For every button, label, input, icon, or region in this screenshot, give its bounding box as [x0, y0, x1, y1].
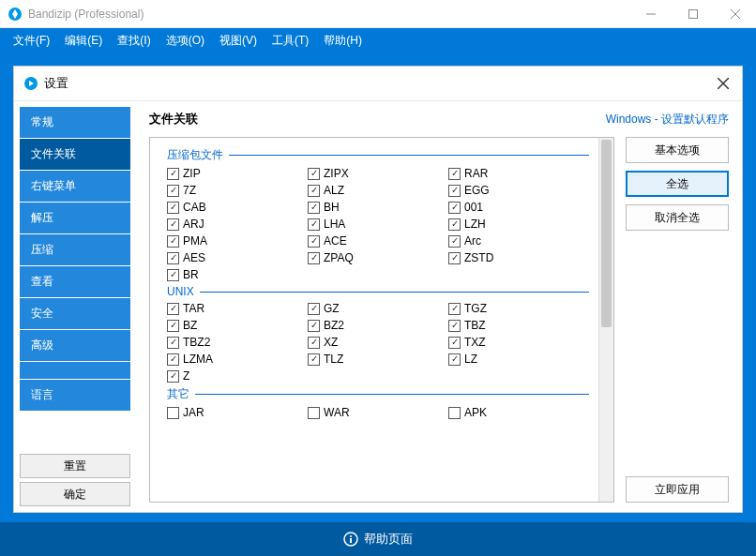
reset-button[interactable]: 重置 — [20, 454, 130, 478]
checkbox-icon — [308, 202, 320, 214]
app-icon — [8, 7, 23, 22]
check-bh[interactable]: BH — [308, 201, 441, 214]
checkbox-icon — [448, 185, 461, 197]
check-tgz[interactable]: TGZ — [448, 302, 582, 315]
sidebar-item-7[interactable]: 高级 — [20, 330, 130, 361]
content-panel: 文件关联 Windows - 设置默认程序 压缩包文件ZIPZIPXRAR7ZA… — [136, 101, 742, 512]
checkbox-icon — [308, 185, 320, 197]
checkbox-icon — [167, 218, 179, 231]
check-lzma[interactable]: LZMA — [167, 353, 300, 366]
check-bz[interactable]: BZ — [167, 319, 300, 332]
check-label: AES — [183, 251, 205, 264]
check-lz[interactable]: LZ — [448, 353, 582, 366]
check-label: PMA — [183, 234, 207, 248]
check-tlz[interactable]: TLZ — [308, 353, 441, 366]
check-br[interactable]: BR — [167, 268, 300, 281]
sidebar-item-2[interactable]: 右键菜单 — [20, 171, 130, 202]
check-txz[interactable]: TXZ — [448, 336, 582, 349]
close-button[interactable] — [714, 0, 756, 28]
sidebar-item-0[interactable]: 常规 — [20, 107, 130, 138]
check-lha[interactable]: LHA — [308, 218, 441, 231]
menu-options[interactable]: 选项(O) — [159, 33, 212, 49]
menu-edit[interactable]: 编辑(E) — [57, 33, 110, 49]
sidebar-item-language[interactable]: 语言 — [20, 380, 130, 411]
checkbox-icon — [448, 407, 461, 419]
check-ace[interactable]: ACE — [308, 234, 441, 248]
check-7z[interactable]: 7Z — [167, 184, 300, 197]
ok-button[interactable]: 确定 — [20, 482, 130, 506]
check-label: ZIP — [183, 167, 201, 180]
basic-options-button[interactable]: 基本选项 — [626, 137, 729, 163]
check-label: JAR — [183, 406, 204, 419]
check-label: WAR — [324, 406, 350, 419]
apply-button[interactable]: 立即应用 — [626, 476, 729, 503]
sidebar-item-5[interactable]: 查看 — [20, 266, 130, 297]
menu-tools[interactable]: 工具(T) — [265, 33, 316, 49]
check-tar[interactable]: TAR — [167, 302, 300, 315]
sidebar-item-3[interactable]: 解压 — [20, 203, 130, 233]
check-cab[interactable]: CAB — [167, 201, 300, 214]
check-arj[interactable]: ARJ — [167, 218, 300, 231]
check-zpaq[interactable]: ZPAQ — [308, 251, 441, 264]
check-alz[interactable]: ALZ — [308, 184, 441, 197]
check-war[interactable]: WAR — [308, 406, 441, 419]
sidebar-item-6[interactable]: 安全 — [20, 298, 130, 329]
check-zipx[interactable]: ZIPX — [308, 167, 441, 180]
check-arc[interactable]: Arc — [448, 234, 582, 248]
checkbox-icon — [308, 407, 320, 419]
check-pma[interactable]: PMA — [167, 234, 300, 248]
check-label: TXZ — [464, 336, 486, 349]
check-label: ARJ — [183, 218, 204, 231]
check-egg[interactable]: EGG — [448, 184, 582, 197]
check-zip[interactable]: ZIP — [167, 167, 300, 180]
check-gz[interactable]: GZ — [308, 302, 441, 315]
check-label: 001 — [464, 201, 483, 214]
menu-find[interactable]: 查找(I) — [110, 33, 158, 49]
scrollbar-thumb[interactable] — [601, 140, 612, 327]
check-001[interactable]: 001 — [448, 201, 582, 214]
checkbox-icon — [448, 202, 461, 214]
dialog-close-button[interactable] — [714, 74, 733, 93]
minimize-button[interactable] — [629, 0, 672, 28]
checkbox-icon — [308, 235, 320, 248]
scrollbar[interactable] — [598, 138, 613, 502]
checkbox-icon — [167, 185, 179, 197]
check-label: EGG — [464, 184, 490, 197]
check-z[interactable]: Z — [167, 369, 300, 383]
default-programs-link[interactable]: Windows - 设置默认程序 — [606, 112, 729, 128]
maximize-button[interactable] — [672, 0, 714, 28]
sidebar-item-4[interactable]: 压缩 — [20, 234, 130, 265]
svg-rect-2 — [688, 9, 697, 18]
check-label: TAR — [183, 302, 204, 315]
menu-file[interactable]: 文件(F) — [6, 33, 57, 49]
menu-view[interactable]: 视图(V) — [212, 33, 265, 49]
checkbox-icon — [167, 337, 179, 349]
checkbox-icon — [448, 168, 461, 180]
check-lzh[interactable]: LZH — [448, 218, 582, 231]
check-jar[interactable]: JAR — [167, 406, 300, 419]
checkbox-icon — [167, 407, 179, 419]
check-bz2[interactable]: BZ2 — [308, 319, 441, 332]
sidebar: 常规文件关联右键菜单解压压缩查看安全高级语言 重置 确定 — [14, 101, 136, 512]
checkbox-icon — [167, 303, 179, 315]
menu-help[interactable]: 帮助(H) — [316, 33, 370, 49]
check-xz[interactable]: XZ — [308, 336, 441, 349]
check-label: ZIPX — [324, 167, 349, 180]
check-rar[interactable]: RAR — [448, 167, 582, 180]
sidebar-item-1[interactable]: 文件关联 — [20, 139, 130, 170]
footer[interactable]: 帮助页面 — [0, 522, 756, 556]
select-all-button[interactable]: 全选 — [626, 171, 729, 197]
check-tbz[interactable]: TBZ — [448, 319, 582, 332]
checkbox-icon — [308, 303, 320, 315]
check-aes[interactable]: AES — [167, 251, 300, 264]
group-label-0: 压缩包文件 — [167, 147, 589, 163]
checkbox-icon — [167, 235, 179, 248]
check-label: TBZ2 — [183, 336, 210, 349]
deselect-all-button[interactable]: 取消全选 — [626, 204, 729, 231]
checkbox-icon — [167, 269, 179, 281]
check-label: BZ — [183, 319, 197, 332]
check-tbz2[interactable]: TBZ2 — [167, 336, 300, 349]
check-zstd[interactable]: ZSTD — [448, 251, 582, 264]
dialog-header: 设置 — [14, 67, 742, 101]
check-apk[interactable]: APK — [448, 406, 582, 419]
